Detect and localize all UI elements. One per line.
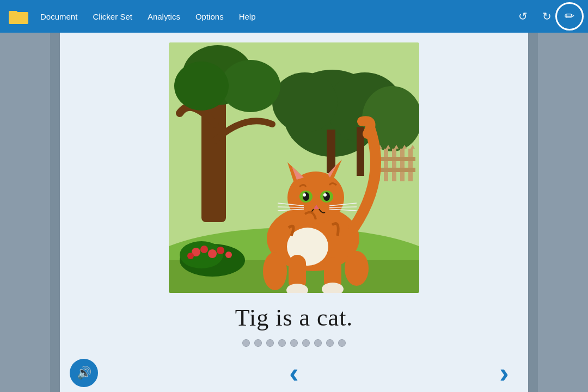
dot-7[interactable] [314, 339, 322, 347]
pencil-icon: ✏ [565, 9, 574, 23]
svg-point-45 [303, 193, 306, 197]
svg-point-58 [263, 252, 287, 290]
nav-menu: Document Clicker Set Analytics Options H… [39, 10, 257, 23]
svg-rect-11 [408, 149, 413, 181]
svg-line-49 [278, 207, 304, 207]
svg-point-32 [225, 252, 232, 258]
undo-button[interactable]: ↺ [514, 8, 531, 25]
svg-rect-8 [384, 149, 388, 181]
svg-point-22 [174, 62, 229, 111]
book-image [169, 42, 419, 293]
svg-point-4 [272, 72, 338, 132]
left-arrow-icon: ‹ [289, 359, 298, 387]
svg-point-59 [345, 251, 369, 286]
menu-analytics[interactable]: Analytics [146, 10, 181, 23]
menu-options[interactable]: Options [194, 10, 225, 23]
dot-9[interactable] [338, 339, 346, 347]
dot-2[interactable] [254, 339, 262, 347]
svg-line-52 [329, 207, 357, 207]
right-sidebar-inner [528, 33, 538, 392]
left-sidebar [0, 33, 60, 392]
svg-point-31 [217, 247, 224, 254]
dot-8[interactable] [326, 339, 334, 347]
folder-button[interactable] [7, 4, 30, 28]
svg-point-21 [220, 60, 280, 112]
sound-group: 🔊 [70, 359, 98, 387]
svg-point-46 [323, 193, 327, 197]
dot-6[interactable] [302, 339, 310, 347]
right-sidebar [528, 33, 588, 392]
svg-point-33 [187, 253, 194, 259]
content-area: Tig is a cat. 🔊 ‹ › [60, 33, 528, 392]
folder-icon [9, 9, 28, 24]
svg-rect-9 [392, 149, 396, 181]
page-dots [242, 339, 346, 347]
prev-page-button[interactable]: ‹ [280, 359, 308, 387]
svg-point-29 [200, 246, 208, 253]
redo-button[interactable]: ↻ [538, 8, 555, 25]
svg-point-30 [208, 249, 217, 258]
book-text: Tig is a cat. [235, 304, 353, 332]
menu-help[interactable]: Help [238, 10, 257, 23]
menu-clicker-set[interactable]: Clicker Set [91, 10, 133, 23]
dot-1[interactable] [242, 339, 250, 347]
bottom-bar: 🔊 ‹ › [60, 354, 528, 392]
cat-scene-svg [169, 42, 419, 293]
edit-button[interactable]: ✏ [555, 2, 584, 30]
speaker-icon: 🔊 [77, 366, 91, 380]
dot-3[interactable] [266, 339, 274, 347]
undo-redo-group: ↺ ↻ [514, 8, 555, 25]
right-arrow-icon: › [499, 359, 509, 387]
sound-button[interactable]: 🔊 [70, 359, 98, 387]
svg-rect-5 [327, 130, 335, 173]
left-sidebar-inner [50, 33, 60, 392]
dot-4[interactable] [278, 339, 286, 347]
next-page-button[interactable]: › [490, 359, 518, 387]
main-layout: Tig is a cat. 🔊 ‹ › [0, 33, 588, 392]
svg-point-27 [180, 241, 223, 268]
svg-rect-10 [400, 149, 405, 181]
title-bar: Document Clicker Set Analytics Options H… [0, 0, 588, 33]
menu-document[interactable]: Document [39, 10, 78, 23]
dot-5[interactable] [290, 339, 298, 347]
